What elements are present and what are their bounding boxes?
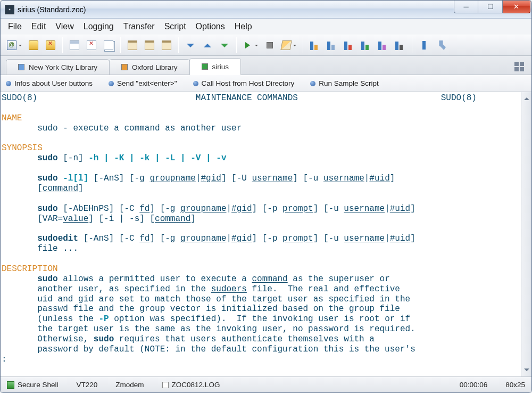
chart-button-5[interactable]	[376, 38, 390, 53]
bullet-icon	[6, 81, 11, 86]
tab-indicator-icon	[202, 63, 208, 70]
stop-script-button[interactable]	[262, 38, 277, 53]
user-button-label: Infos about User buttons	[14, 79, 93, 87]
upload-button[interactable]	[200, 38, 215, 53]
user-button-label: Run Sample Script	[319, 79, 379, 87]
user-button-label: Call Host from Host Directory	[202, 79, 295, 87]
chart-button-6[interactable]	[393, 38, 408, 53]
statusbar: Secure Shell VT220 Zmodem ZOC0812.LOG 00…	[1, 376, 531, 392]
status-xfer: Zmodem	[115, 381, 144, 389]
clipboard-button-2[interactable]	[142, 38, 157, 53]
menu-script[interactable]: Script	[164, 22, 186, 31]
titlebar: ▪ sirius (Standard.zoc) ─ ☐ ✕	[1, 1, 531, 19]
chart-button-2[interactable]	[325, 38, 339, 53]
copy-button[interactable]	[101, 38, 116, 53]
sync-button[interactable]	[217, 38, 232, 53]
bullet-icon	[109, 81, 114, 86]
tab-label: sirius	[212, 63, 229, 71]
menu-edit[interactable]: Edit	[31, 22, 46, 31]
terminal[interactable]: SUDO(8) MAINTENANCE COMMANDS SUDO(8) NAM…	[1, 92, 521, 376]
close-button[interactable]: ✕	[503, 1, 530, 13]
tab-grid-icon[interactable]	[514, 62, 524, 71]
download-button[interactable]	[183, 38, 198, 53]
hostdir-button[interactable]	[5, 38, 24, 53]
bullet-icon	[193, 81, 198, 86]
tab-indicator-icon	[18, 64, 24, 70]
toolbar	[1, 35, 531, 56]
favorite-button[interactable]	[26, 38, 41, 53]
menu-view[interactable]: View	[55, 22, 73, 31]
close-doc-button[interactable]	[84, 38, 99, 53]
tab-label: New York City Library	[29, 63, 97, 71]
new-doc-button[interactable]	[67, 38, 82, 53]
user-button[interactable]: Run Sample Script	[310, 79, 379, 87]
user-button[interactable]: Send "exit<enter>"	[109, 79, 177, 87]
menubar: FileEditViewLoggingTransferScriptOptions…	[1, 19, 531, 35]
chart-button-4[interactable]	[359, 38, 373, 53]
status-log: ZOC0812.LOG	[172, 381, 220, 389]
chart-button-1[interactable]	[307, 38, 322, 53]
maximize-button[interactable]: ☐	[478, 1, 503, 13]
menu-transfer[interactable]: Transfer	[123, 22, 155, 31]
app-icon: ▪	[5, 5, 14, 14]
status-size: 80x25	[505, 381, 525, 389]
status-term: VT220	[77, 381, 98, 389]
ssh-icon	[7, 381, 14, 389]
user-button-label: Send "exit<enter>"	[117, 79, 177, 87]
scroll-up-icon[interactable]	[521, 92, 531, 103]
scrollbar[interactable]	[521, 92, 531, 376]
log-icon	[162, 382, 169, 388]
menu-file[interactable]: File	[8, 22, 22, 31]
clipboard-button-3[interactable]	[159, 38, 174, 53]
tab-indicator-icon	[121, 64, 128, 70]
settings-button[interactable]	[434, 38, 448, 53]
tab-label: Oxford Library	[132, 63, 178, 71]
minimize-button[interactable]: ─	[454, 1, 478, 13]
menu-options[interactable]: Options	[196, 22, 225, 31]
user-button[interactable]: Call Host from Host Directory	[193, 79, 295, 87]
status-time: 00:00:06	[460, 381, 488, 389]
menu-logging[interactable]: Logging	[84, 22, 114, 31]
run-script-button[interactable]	[241, 38, 260, 53]
scroll-down-icon[interactable]	[521, 366, 531, 376]
tab-new-york-city-library[interactable]: New York City Library	[6, 59, 110, 75]
tab-sirius[interactable]: sirius	[189, 58, 242, 75]
single-bar-button[interactable]	[417, 38, 431, 53]
user-buttons-row: Infos about User buttonsSend "exit<enter…	[1, 75, 531, 92]
edit-script-button[interactable]	[279, 38, 298, 53]
window-title: sirius (Standard.zoc)	[18, 5, 86, 14]
chart-button-3[interactable]	[342, 38, 356, 53]
clipboard-button-1[interactable]	[125, 38, 140, 53]
bullet-icon	[310, 81, 315, 86]
menu-help[interactable]: Help	[235, 22, 252, 31]
remove-favorite-button[interactable]	[43, 38, 58, 53]
tab-oxford-library[interactable]: Oxford Library	[109, 59, 190, 75]
terminal-wrap: SUDO(8) MAINTENANCE COMMANDS SUDO(8) NAM…	[1, 92, 531, 376]
tabrow: New York City LibraryOxford Librarysiriu…	[1, 56, 531, 75]
user-button[interactable]: Infos about User buttons	[6, 79, 93, 87]
status-conn: Secure Shell	[18, 381, 59, 389]
